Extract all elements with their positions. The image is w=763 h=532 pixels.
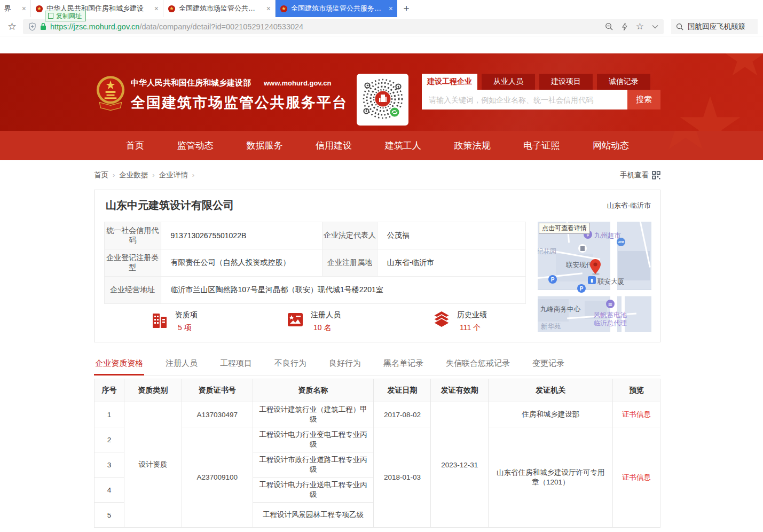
shield-permissions-icon[interactable] [28, 22, 36, 31]
qualification-name: 工程设计风景园林工程专项乙级 [253, 503, 374, 528]
issuing-authority: 住房和城乡建设部 [489, 402, 613, 427]
browser-search-text: 国航回应飞机颠簸 [688, 22, 745, 32]
site-header: 中华人民共和国住房和城乡建设部www.mohurd.gov.cn 全国建筑市场监… [0, 53, 763, 131]
miniprogram-qr-code [357, 74, 408, 126]
main-navigation: 首页 监管动态 数据服务 信用建设 建筑工人 政策法规 电子证照 网站动态 [0, 131, 763, 160]
breadcrumb-separator: › [152, 171, 154, 179]
company-detail-card: 山东中元建筑设计有限公司 山东省-临沂市 统一社会信用代码 9137130267… [94, 190, 660, 342]
tab-close-icon[interactable]: × [266, 4, 271, 13]
stat-label: 历史业绩 [457, 310, 487, 320]
nav-item-e-license[interactable]: 电子证照 [523, 139, 560, 152]
tab-good-behavior[interactable]: 良好行为 [328, 353, 362, 375]
lightning-icon[interactable] [622, 22, 628, 31]
qr-code-icon [652, 171, 660, 179]
breadcrumb-home[interactable]: 首页 [94, 170, 108, 180]
page-url[interactable]: https://jzsc.mohurd.gov.cn/data/company/… [50, 22, 303, 31]
mobile-view-button[interactable]: 手机查看 [620, 170, 660, 180]
col-header-name: 资质名称 [253, 379, 374, 402]
tab-close-icon[interactable]: × [389, 4, 393, 13]
certificate-info-link[interactable]: 证书信息 [613, 402, 660, 427]
nav-item-supervision[interactable]: 监管动态 [177, 139, 214, 152]
breadcrumb-company-data[interactable]: 企业数据 [119, 170, 148, 180]
business-address-value: 临沂市兰山区陶然路107号星河晶都（联安）现代城1号楼2201室 [161, 277, 525, 304]
building-marker-icon [578, 244, 587, 253]
browser-tab-0[interactable]: 界 × [0, 0, 31, 17]
tab-registered-personnel[interactable]: 注册人员 [164, 353, 199, 375]
stat-value: 111 个 [457, 323, 487, 333]
tab-close-icon[interactable]: × [22, 4, 26, 13]
tab-blacklist[interactable]: 黑名单记录 [382, 353, 424, 375]
stat-value: 5 项 [175, 323, 198, 333]
nav-item-site-news[interactable]: 网站动态 [593, 139, 629, 152]
url-field[interactable]: https://jzsc.mohurd.gov.cn/data/company/… [23, 19, 664, 34]
tab-projects[interactable]: 工程项目 [219, 353, 253, 375]
valid-until-date: 2023-12-31 [431, 402, 489, 528]
breadcrumb-company-detail[interactable]: 企业详情 [159, 170, 188, 180]
credit-code-value: 91371302675501022B [161, 222, 322, 249]
bookmark-star-icon[interactable]: ☆ [7, 20, 17, 33]
search-tab-credit[interactable]: 诚信记录 [597, 74, 650, 90]
gov-emblem-favicon [280, 5, 288, 13]
qualification-name: 工程设计建筑行业（建筑工程）甲级 [253, 402, 374, 427]
map-poi-label: 九峰商务中心 [540, 305, 580, 314]
favorite-star-icon[interactable]: ☆ [636, 21, 644, 32]
browser-search-box[interactable]: 国航回应飞机颠簸 [671, 19, 758, 34]
search-tab-project[interactable]: 建设项目 [539, 74, 593, 90]
browser-tab-2[interactable]: 全国建筑市场监管公共服务平台 × [163, 0, 276, 17]
tab-qualifications[interactable]: 企业资质资格 [94, 353, 144, 375]
company-region: 山东省-临沂市 [607, 201, 651, 210]
col-header-issue-date: 发证日期 [374, 379, 431, 402]
search-tab-enterprise[interactable]: 建设工程企业 [422, 74, 477, 90]
stat-qualifications: 资质项 5 项 [150, 310, 198, 333]
qualification-name: 工程设计电力行业送电工程专业丙级 [253, 478, 374, 503]
nav-item-data-service[interactable]: 数据服务 [246, 139, 282, 152]
field-label: 企业登记注册类型 [105, 249, 161, 277]
platform-title: 全国建筑市场监管公共服务平台 [131, 93, 348, 112]
tab-dishonesty-records[interactable]: 失信联合惩戒记录 [445, 353, 511, 375]
gov-emblem-favicon [168, 5, 176, 13]
tab-change-records[interactable]: 变更记录 [531, 353, 565, 375]
nav-item-policy[interactable]: 政策法规 [454, 139, 491, 152]
chevron-down-icon[interactable] [652, 25, 658, 29]
breadcrumb-separator: › [113, 171, 115, 179]
field-label: 统一社会信用代码 [105, 222, 161, 249]
copy-icon [49, 14, 53, 19]
nav-item-credit[interactable]: 信用建设 [316, 139, 352, 152]
keyword-search-input[interactable] [422, 90, 627, 109]
tab-close-icon[interactable]: × [154, 4, 159, 13]
map-poi-label: 风帆蓄电池临沂总代理 [591, 311, 630, 327]
map-main-road [538, 290, 651, 296]
stat-label: 注册人员 [311, 310, 341, 320]
tab-bad-behavior[interactable]: 不良行为 [273, 353, 308, 375]
search-button[interactable]: 搜索 [627, 90, 660, 109]
certificate-card-icon [286, 310, 305, 329]
field-label: 企业法定代表人 [322, 222, 377, 249]
location-map[interactable]: 点击可查看详情 ♯ 九州超市 ATM 纪花园 联安现代城 ▮ 联安大厦 P P … [538, 222, 651, 332]
nav-item-workers[interactable]: 建筑工人 [385, 139, 421, 152]
secure-lock-icon [40, 22, 46, 30]
nav-item-home[interactable]: 首页 [126, 139, 144, 152]
browser-tab-active[interactable]: 全国建筑市场监管公共服务平台 × [276, 0, 397, 17]
breadcrumb: 首页 › 企业数据 › 企业详情 › 手机查看 [94, 160, 660, 190]
row-no: 5 [95, 503, 124, 528]
issuing-authority: 山东省住房和城乡建设厅许可专用章（1201） [489, 427, 613, 528]
stat-value: 10 名 [311, 323, 341, 333]
tab-title: 全国建筑市场监管公共服务平台 [179, 4, 262, 13]
battery-shop-marker-icon: ▥ [606, 300, 615, 308]
ministry-url: www.mohurd.gov.cn [264, 79, 331, 87]
new-tab-button[interactable]: + [397, 0, 415, 17]
row-no: 3 [95, 452, 124, 478]
ministry-name: 中华人民共和国住房和城乡建设部 [131, 78, 251, 87]
tab-title: 全国建筑市场监管公共服务平台 [291, 4, 384, 13]
map-poi-label: 新华苑 [541, 322, 561, 331]
layers-icon [432, 310, 451, 329]
search-tab-personnel[interactable]: 从业人员 [482, 74, 535, 90]
flag-star-decoration [656, 131, 715, 154]
row-no: 4 [95, 478, 124, 503]
certificate-info-link[interactable]: 证书信息 [613, 427, 660, 528]
row-no: 2 [95, 427, 124, 452]
zoom-out-icon[interactable] [605, 22, 613, 31]
cert-no: A237009100 [182, 427, 253, 528]
col-header-valid-until: 发证有效期 [431, 379, 489, 402]
search-icon [676, 23, 683, 30]
